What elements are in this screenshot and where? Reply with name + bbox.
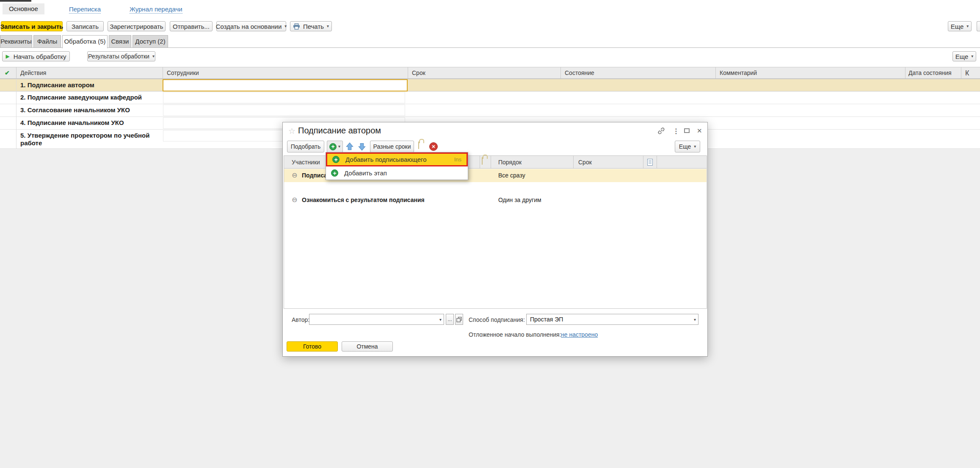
tab-requisites[interactable]: Реквизиты: [0, 35, 32, 48]
more-label: Еще: [955, 53, 969, 60]
app-root: Основное Переписка Журнал передачи Запис…: [0, 0, 980, 468]
participants-row-review[interactable]: ⊖ Ознакомиться с результатом подписания …: [284, 194, 707, 207]
tabstrip-divider: [0, 47, 980, 48]
column-header-k[interactable]: К: [965, 69, 969, 77]
create-based-on-button[interactable]: Создать на основании ▾: [216, 21, 286, 31]
more-label: Еще: [951, 23, 964, 30]
column-header-order[interactable]: Порядок: [498, 159, 522, 166]
lock-icon[interactable]: [418, 142, 419, 149]
check-icon: ✔: [5, 69, 10, 76]
menu-item-add-stage[interactable]: + Добавить этап: [326, 166, 468, 180]
chevron-down-icon: ▾: [338, 144, 340, 149]
table-row-1[interactable]: 1. Подписание автором: [0, 79, 980, 91]
more-button-processing[interactable]: Еще ▾: [952, 51, 976, 61]
column-divider: [16, 79, 17, 149]
signing-method-select[interactable]: Простая ЭП ▾: [526, 314, 698, 325]
close-icon[interactable]: ✕: [697, 127, 702, 135]
add-icon: +: [331, 169, 338, 177]
column-header-term[interactable]: Срок: [412, 69, 425, 76]
chevron-down-icon: ▾: [152, 54, 155, 58]
chevron-down-icon: ▾: [694, 144, 696, 149]
column-header-actions[interactable]: Действия: [20, 69, 46, 76]
author-input[interactable]: ▾: [309, 314, 444, 325]
collapse-icon[interactable]: ⊖: [292, 172, 297, 179]
more-label: Еще: [679, 143, 691, 150]
more-button-commandbar[interactable]: Еще ▾: [948, 21, 972, 31]
done-button[interactable]: Готово: [287, 341, 338, 352]
send-button[interactable]: Отправить...: [170, 21, 213, 31]
play-icon: ▶: [6, 53, 9, 59]
move-up-icon[interactable]: [345, 142, 354, 152]
table-row-2[interactable]: 2. Подписание заведующим кафедрой: [0, 91, 980, 104]
menu-dots-icon[interactable]: ⋮: [673, 127, 679, 135]
delete-icon[interactable]: ✕: [429, 142, 438, 151]
processing-results-button[interactable]: Результаты обработки ▾: [87, 51, 155, 61]
actions-table-header: ✔ Действия Сотрудники Срок Состояние Ком…: [0, 67, 980, 79]
favorite-star-icon[interactable]: ☆: [288, 126, 295, 136]
ellipsis-label: ...: [447, 316, 452, 322]
create-based-on-label: Создать на основании: [216, 23, 282, 30]
dialog-title: Подписание автором: [298, 126, 381, 136]
tab-access[interactable]: Доступ (2): [133, 35, 168, 48]
document-column-icon: [647, 159, 653, 167]
add-dropdown-menu: + Добавить подписывающего Ins + Добавить…: [326, 152, 468, 180]
table-row-3[interactable]: 3. Согласование начальником УКО: [0, 104, 980, 117]
processing-results-label: Результаты обработки: [88, 53, 149, 60]
maximize-icon[interactable]: [684, 128, 690, 133]
column-header-term[interactable]: Срок: [578, 159, 592, 166]
employees-cell-row3[interactable]: [163, 105, 405, 116]
move-down-icon[interactable]: [358, 142, 366, 152]
collapse-icon[interactable]: ⊖: [292, 197, 297, 203]
stage-order: Все сразу: [498, 172, 525, 179]
print-button[interactable]: Печать ▾: [290, 21, 332, 31]
chevron-down-icon: ▾: [439, 318, 442, 322]
tab-processing[interactable]: Обработка (5): [62, 35, 108, 48]
print-label: Печать: [303, 23, 324, 30]
nav-tab-main[interactable]: Основное: [3, 3, 44, 14]
signing-method-label: Способ подписания:: [469, 316, 525, 323]
chevron-down-icon: ▾: [694, 318, 696, 322]
action-name: 4. Подписание начальником УКО: [20, 119, 156, 127]
stage-order: Один за другим: [498, 197, 541, 203]
start-processing-button[interactable]: ▶ Начать обработку: [2, 51, 70, 61]
tab-files[interactable]: Файлы: [33, 35, 61, 48]
cancel-button[interactable]: Отмена: [342, 341, 393, 352]
employees-cell-input-row1[interactable]: [163, 79, 408, 91]
start-processing-label: Начать обработку: [14, 53, 66, 60]
action-name: 1. Подписание автором: [20, 81, 156, 89]
save-button[interactable]: Записать: [66, 21, 104, 31]
more-button-dialog[interactable]: Еще ▾: [675, 141, 700, 152]
link-icon[interactable]: [657, 127, 665, 136]
column-header-state[interactable]: Состояние: [565, 69, 594, 76]
menu-item-shortcut: Ins: [454, 156, 461, 163]
pick-button[interactable]: Подобрать: [287, 141, 324, 152]
add-icon: +: [332, 156, 340, 163]
nav-link-transfer-journal[interactable]: Журнал передачи: [130, 5, 182, 14]
column-header-comment[interactable]: Комментарий: [720, 69, 757, 76]
column-header-state-date[interactable]: Дата состояния: [908, 69, 952, 76]
author-open-button[interactable]: [455, 314, 463, 325]
menu-item-add-signer[interactable]: + Добавить подписывающего Ins: [326, 152, 468, 166]
action-name: 5. Утверждение проректором по учебной ра…: [20, 132, 156, 147]
action-name: 3. Согласование начальником УКО: [20, 106, 156, 114]
author-ellipsis-button[interactable]: ...: [446, 314, 454, 325]
signing-method-value: Простая ЭП: [530, 316, 563, 323]
lock-column-icon: [482, 158, 483, 164]
save-and-close-button[interactable]: Записать и закрыть: [1, 21, 63, 31]
menu-item-label: Добавить этап: [344, 169, 387, 177]
column-header-employees[interactable]: Сотрудники: [167, 69, 199, 76]
chevron-down-icon: ▾: [966, 24, 969, 28]
tab-links[interactable]: Связи: [109, 35, 131, 48]
partial-button[interactable]: [977, 21, 980, 31]
add-dropdown-button[interactable]: + ▾: [327, 141, 343, 152]
nav-link-correspondence[interactable]: Переписка: [69, 5, 101, 14]
deferred-start-link[interactable]: не настроено: [561, 331, 598, 338]
deferred-start-label: Отложенное начало выполнения:: [469, 331, 561, 338]
employees-cell-row2[interactable]: [163, 92, 405, 103]
column-header-participants[interactable]: Участники: [292, 159, 320, 166]
action-name: 2. Подписание заведующим кафедрой: [20, 94, 156, 101]
different-terms-button[interactable]: Разные сроки: [370, 141, 414, 152]
register-button[interactable]: Зарегистрировать: [108, 21, 166, 31]
menu-item-label: Добавить подписывающего: [345, 156, 427, 163]
window-edge: [0, 0, 31, 2]
